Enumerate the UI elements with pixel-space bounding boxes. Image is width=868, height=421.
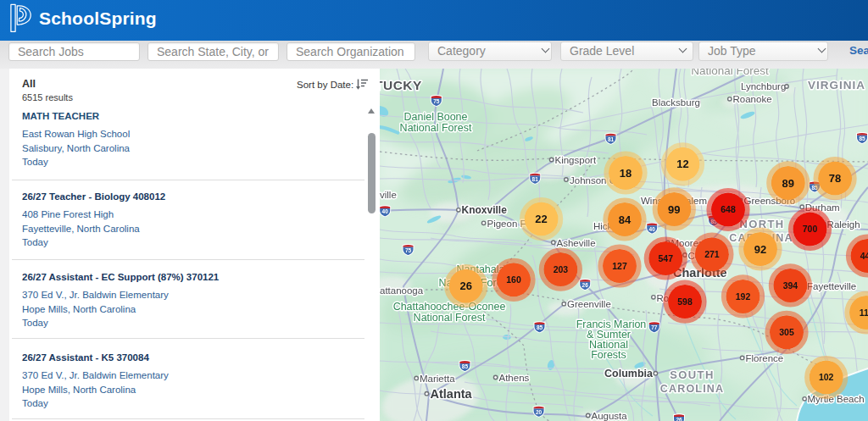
svg-text:Blacksburg: Blacksburg bbox=[652, 97, 700, 108]
svg-text:Marietta: Marietta bbox=[420, 374, 455, 384]
svg-text:271: 271 bbox=[704, 249, 720, 259]
svg-text:127: 127 bbox=[612, 261, 627, 271]
svg-text:National Forest: National Forest bbox=[691, 69, 769, 77]
svg-text:85: 85 bbox=[462, 363, 469, 369]
svg-text:111: 111 bbox=[860, 307, 868, 318]
svg-text:99: 99 bbox=[668, 203, 680, 216]
svg-text:Knoxville: Knoxville bbox=[462, 204, 508, 216]
svg-text:160: 160 bbox=[506, 274, 521, 285]
svg-text:81: 81 bbox=[532, 176, 539, 182]
svg-text:305: 305 bbox=[779, 327, 794, 337]
svg-text:84: 84 bbox=[619, 213, 632, 226]
svg-text:75: 75 bbox=[405, 247, 412, 253]
svg-text:Fayetteville: Fayetteville bbox=[807, 281, 856, 291]
svg-text:394: 394 bbox=[783, 280, 798, 291]
svg-text:92: 92 bbox=[754, 243, 766, 256]
svg-text:81: 81 bbox=[608, 136, 615, 142]
svg-text:Chattahoochee-Oconee: Chattahoochee-Oconee bbox=[393, 301, 506, 313]
svg-text:26: 26 bbox=[582, 282, 589, 288]
svg-text:Kingsport: Kingsport bbox=[555, 155, 597, 165]
svg-text:20: 20 bbox=[536, 409, 542, 415]
svg-text:445: 445 bbox=[860, 251, 868, 261]
svg-text:12: 12 bbox=[676, 158, 688, 170]
svg-text:VIRGINIA: VIRGINIA bbox=[808, 79, 865, 91]
svg-text:Asheville: Asheville bbox=[557, 238, 596, 248]
svg-text:78: 78 bbox=[829, 172, 841, 185]
svg-text:85: 85 bbox=[859, 136, 865, 141]
svg-text:598: 598 bbox=[677, 296, 693, 307]
svg-text:89: 89 bbox=[782, 177, 794, 190]
svg-text:648: 648 bbox=[721, 204, 736, 214]
svg-text:192: 192 bbox=[736, 291, 751, 302]
svg-text:26: 26 bbox=[676, 418, 682, 421]
svg-text:203: 203 bbox=[554, 264, 569, 274]
svg-text:547: 547 bbox=[659, 253, 674, 263]
svg-text:18: 18 bbox=[620, 167, 632, 180]
svg-text:Athens: Athens bbox=[499, 373, 530, 383]
svg-text:Florence: Florence bbox=[746, 353, 784, 363]
svg-text:Columbia: Columbia bbox=[604, 368, 654, 379]
svg-text:40: 40 bbox=[382, 208, 389, 214]
svg-text:Augusta: Augusta bbox=[592, 411, 628, 421]
svg-text:75: 75 bbox=[433, 98, 440, 104]
svg-text:Atlanta: Atlanta bbox=[431, 387, 473, 401]
svg-text:SOUTH: SOUTH bbox=[670, 368, 715, 381]
svg-text:ville: ville bbox=[380, 190, 397, 200]
svg-text:Greenville: Greenville bbox=[567, 299, 611, 309]
svg-text:Roanoke: Roanoke bbox=[733, 94, 772, 104]
svg-text:26: 26 bbox=[459, 280, 471, 292]
svg-text:Daniel Boone: Daniel Boone bbox=[403, 111, 467, 123]
svg-text:77: 77 bbox=[651, 324, 658, 330]
svg-text:Raleigh: Raleigh bbox=[827, 219, 860, 230]
svg-text:85: 85 bbox=[537, 324, 543, 330]
svg-text:40: 40 bbox=[649, 226, 656, 232]
svg-text:TUCKY: TUCKY bbox=[380, 78, 422, 92]
svg-text:National Forest: National Forest bbox=[414, 312, 486, 324]
svg-text:attanooga: attanooga bbox=[380, 285, 424, 296]
svg-text:Forests: Forests bbox=[591, 349, 626, 361]
svg-text:CAROLINA: CAROLINA bbox=[660, 383, 725, 395]
svg-text:Lynchburg: Lynchburg bbox=[741, 81, 786, 91]
svg-text:102: 102 bbox=[819, 372, 834, 382]
svg-text:National Forest: National Forest bbox=[400, 122, 472, 134]
svg-text:700: 700 bbox=[803, 224, 818, 234]
svg-text:22: 22 bbox=[535, 213, 547, 225]
